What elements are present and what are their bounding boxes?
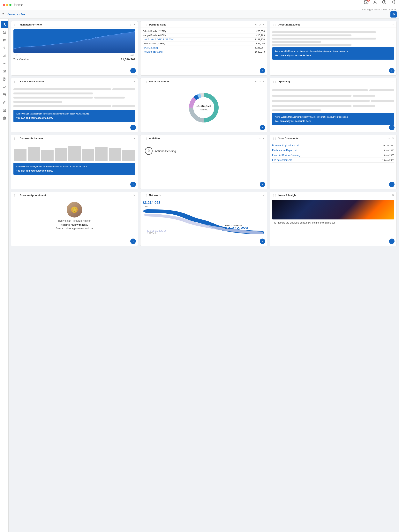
drag-handle: ⋮⋮ (272, 194, 277, 197)
dot-red (3, 4, 5, 6)
main-layout: ⋮⋮ Managed Portfolio ⤢ ✕ (0, 19, 399, 532)
sidebar-item-mail[interactable] (1, 68, 8, 75)
close-icon[interactable]: ✕ (263, 137, 265, 140)
drag-handle: ⋮⋮ (13, 137, 18, 140)
top-bar-right: 3 ? Last logged in 05/03/2021 16:48:38 (362, 0, 396, 11)
sidebar-item-download[interactable] (1, 44, 8, 51)
widget-title: News & Insight (278, 194, 391, 197)
doc-date-4: 16 Jun 2020 (382, 159, 394, 161)
close-icon[interactable]: ✕ (133, 23, 135, 26)
close-icon[interactable]: ✕ (263, 194, 265, 197)
disposable-income-cta[interactable]: You can add your accounts here. (16, 169, 53, 172)
portfolio-row-link[interactable]: Pensions (50.02%) (143, 51, 162, 53)
expand-icon[interactable]: ⤢ (129, 23, 132, 26)
widget-title: Managed Portfolio (20, 23, 129, 26)
portfolio-chart (13, 29, 135, 53)
close-icon[interactable]: ✕ (263, 23, 265, 26)
portfolio-row-amount: £530,278 (255, 51, 265, 53)
widget-header-spending: ⋮⋮ Spending ✕ (270, 78, 396, 84)
portfolio-row-link[interactable]: ISAs (22.26%) (143, 46, 158, 49)
close-icon[interactable]: ✕ (392, 137, 394, 140)
sidebar-item-chart-line[interactable] (1, 60, 8, 67)
bar-4 (55, 148, 67, 161)
expand-icon[interactable]: ⤢ (259, 137, 261, 140)
mail-icon-btn[interactable]: 3 (364, 0, 369, 5)
bar-9 (122, 150, 135, 161)
arrow-button[interactable]: › (130, 68, 136, 73)
top-icons: 3 ? (364, 0, 396, 5)
close-icon[interactable]: ✕ (133, 194, 135, 197)
expand-icon[interactable]: ⤢ (259, 23, 261, 26)
close-icon[interactable]: ✕ (263, 80, 265, 83)
bar-1 (14, 149, 26, 161)
expand-icon[interactable]: ⤢ (259, 80, 261, 83)
activities-content: 0 Actions Pending (143, 143, 265, 159)
logout-icon-btn[interactable] (390, 0, 396, 5)
sidebar-item-briefcase[interactable] (1, 114, 8, 121)
arrow-button[interactable]: › (130, 182, 136, 187)
spending-cta[interactable]: You can add your accounts here. (275, 120, 312, 122)
portfolio-row-amount: £21,000 (256, 42, 265, 45)
bar-6 (82, 149, 94, 161)
arrow-button[interactable]: › (389, 68, 394, 73)
widget-actions: ⤢ ✕ (388, 137, 394, 140)
user-icon-btn[interactable] (373, 0, 378, 5)
account-balances-cta[interactable]: You can add your accounts here. (275, 54, 312, 57)
widget-title: Activities (149, 137, 258, 140)
sidebar-item-pen[interactable] (1, 99, 8, 106)
dot-green (9, 4, 12, 6)
drag-handle: ⋮⋮ (13, 23, 18, 26)
widget-net-worth: ⋮⋮ Net Worth ✕ £3,214,093 I own (140, 192, 267, 246)
bar-3 (41, 150, 54, 161)
svg-text:I'm worth: I'm worth (225, 225, 242, 227)
drag-handle: ⋮⋮ (143, 80, 148, 83)
arrow-button[interactable]: › (389, 182, 394, 187)
close-icon[interactable]: ✕ (133, 137, 135, 140)
drag-handle: ⋮⋮ (13, 194, 18, 197)
sidebar-item-chart-bar[interactable] (1, 52, 8, 59)
arrow-button[interactable]: › (130, 239, 136, 244)
svg-text:£336,100: £336,100 (147, 230, 166, 232)
widget-actions: ⚙ ⤢ ✕ (255, 23, 265, 26)
help-icon-btn[interactable]: ? (381, 0, 387, 5)
close-icon[interactable]: ✕ (133, 80, 135, 83)
close-icon[interactable]: ✕ (392, 80, 394, 83)
sidebar-item-profile[interactable] (1, 21, 8, 28)
sidebar-item-schedule[interactable] (1, 107, 8, 114)
arrow-button[interactable]: › (260, 68, 265, 73)
arrow-button[interactable]: › (260, 182, 265, 187)
sidebar-item-document[interactable] (1, 76, 8, 82)
settings-icon[interactable]: ⚙ (255, 80, 257, 83)
doc-name-1[interactable]: Document Upload test.pdf (272, 144, 299, 147)
settings-icon[interactable]: ⚙ (255, 23, 257, 26)
widget-body-spending: Acme Wealth Management currently has no … (270, 84, 396, 132)
arrow-button[interactable]: › (389, 239, 394, 244)
widget-news-insight: ⋮⋮ News & Insight ✕ The markets are chan… (270, 192, 397, 246)
svg-text:£2,877,993: £2,877,993 (225, 227, 248, 229)
doc-name-3[interactable]: Financial Review Summary... (272, 154, 302, 157)
portfolio-row-link[interactable]: Unit Trusts & OEICS (22.52%) (143, 38, 174, 41)
bar-8 (109, 148, 121, 161)
account-balances-info: Acme Wealth Management currently has no … (272, 47, 394, 60)
sidebar-item-transfer[interactable] (1, 37, 8, 44)
arrow-button[interactable]: › (260, 125, 265, 130)
doc-name-2[interactable]: Performance Report.pdf (272, 149, 297, 152)
arrow-button[interactable]: › (260, 239, 265, 244)
svg-rect-7 (5, 32, 5, 34)
recent-transactions-cta[interactable]: You can add your accounts here. (16, 117, 53, 119)
widget-title: Asset Allocation (149, 80, 254, 83)
arrow-button[interactable]: › (389, 125, 394, 130)
advisor-cta-title: Need to review things? (13, 223, 135, 226)
doc-name-4[interactable]: Fee Agreement.pdf (272, 159, 292, 161)
expand-icon[interactable]: ⤢ (388, 137, 390, 140)
settings-button[interactable]: ⚙ (390, 11, 397, 18)
sidebar-item-calendar[interactable] (1, 91, 8, 98)
arrow-button[interactable]: › (130, 125, 136, 130)
widget-header-book-appointment: ⋮⋮ Book an Appointment ✕ (11, 192, 138, 198)
widget-actions: ⤢ ✕ (259, 137, 265, 140)
close-icon[interactable]: ✕ (392, 23, 394, 26)
close-icon[interactable]: ✕ (392, 194, 394, 197)
hamburger-icon[interactable]: ≡ (2, 12, 5, 16)
sidebar-item-video[interactable] (1, 83, 8, 90)
sidebar-item-bank[interactable] (1, 29, 8, 36)
